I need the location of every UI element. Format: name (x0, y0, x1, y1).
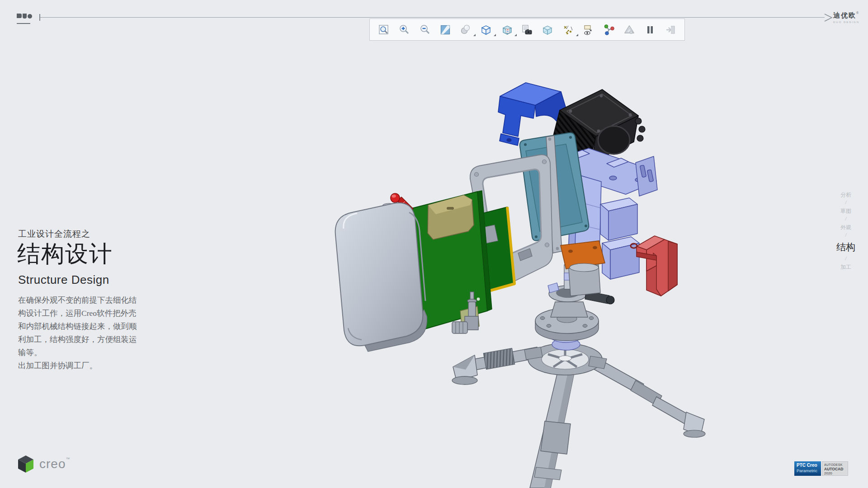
slide-canvas: 迪优欧® DUO DESIGN (0, 0, 868, 488)
model-front-cover (335, 203, 427, 352)
exploded-model-view (0, 0, 868, 488)
